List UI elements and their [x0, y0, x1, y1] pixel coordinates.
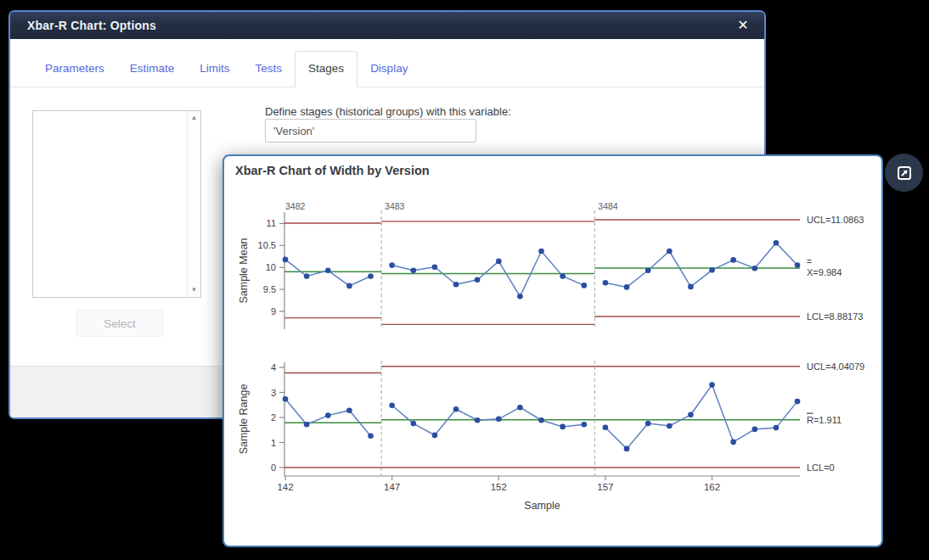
- data-point: [496, 259, 502, 265]
- y-tick-label: 10.5: [258, 240, 276, 250]
- data-point: [603, 280, 609, 286]
- tab-limits[interactable]: Limits: [187, 52, 242, 87]
- data-point: [432, 264, 438, 270]
- data-point: [368, 273, 374, 279]
- close-icon: ✕: [737, 18, 748, 32]
- data-point: [325, 268, 331, 274]
- x-tick-label: 157: [597, 482, 613, 492]
- series-line: [605, 243, 797, 287]
- series-line: [605, 385, 797, 449]
- scroll-up-icon[interactable]: ▲: [191, 115, 198, 121]
- data-point: [624, 446, 630, 452]
- y-axis-title: Sample Mean: [238, 238, 250, 303]
- y-tick-label: 3: [271, 388, 276, 398]
- data-point: [411, 421, 417, 427]
- data-point: [560, 424, 566, 430]
- x-tick-label: 147: [384, 482, 400, 492]
- data-point: [645, 268, 651, 274]
- y-tick-label: 0: [271, 462, 276, 473]
- data-point: [774, 425, 780, 431]
- data-point: [667, 249, 673, 255]
- data-point: [346, 283, 352, 289]
- center-annotation: R=1.911: [807, 415, 842, 425]
- tab-parameters[interactable]: Parameters: [32, 52, 117, 87]
- data-point: [453, 282, 459, 288]
- data-point: [709, 382, 715, 388]
- x-tick-label: 142: [277, 482, 293, 492]
- data-point: [368, 434, 374, 440]
- data-point: [411, 268, 417, 274]
- data-point: [688, 284, 694, 290]
- data-point: [774, 240, 780, 246]
- stage-label: 3482: [285, 201, 306, 211]
- data-point: [538, 417, 544, 423]
- xbarbar-symbol: =: [807, 257, 812, 266]
- data-point: [432, 433, 438, 439]
- data-point: [538, 249, 544, 255]
- variables-listbox[interactable]: ▲ ▼: [32, 110, 201, 298]
- data-point: [624, 284, 630, 290]
- data-point: [389, 262, 395, 268]
- stage-variable-input[interactable]: [265, 119, 476, 143]
- tab-estimate[interactable]: Estimate: [117, 52, 188, 87]
- data-point: [453, 406, 459, 412]
- data-point: [582, 422, 588, 428]
- data-point: [346, 407, 352, 413]
- data-point: [795, 399, 801, 405]
- data-point: [475, 277, 481, 283]
- data-point: [517, 294, 523, 300]
- data-point: [304, 273, 310, 279]
- range-chart: 01234Sample RangeUCL=4.04079R=1.911LCL=0…: [238, 361, 864, 512]
- data-point: [517, 405, 523, 411]
- screen: Xbar-R Chart: Options ✕ Parameters Estim…: [0, 0, 929, 560]
- data-point: [560, 273, 566, 279]
- data-point: [645, 421, 651, 427]
- y-tick-label: 9: [271, 306, 276, 316]
- data-point: [730, 440, 736, 445]
- dialog-titlebar[interactable]: Xbar-R Chart: Options ✕: [10, 12, 764, 39]
- ucl-annotation: UCL=4.04079: [807, 361, 864, 372]
- x-tick-label: 162: [704, 482, 720, 492]
- tab-stages[interactable]: Stages: [295, 51, 358, 87]
- y-tick-label: 1: [271, 438, 276, 448]
- data-point: [325, 412, 331, 418]
- tab-bar: Parameters Estimate Limits Tests Stages …: [10, 39, 764, 87]
- data-point: [795, 262, 801, 268]
- close-button[interactable]: ✕: [732, 15, 754, 36]
- y-tick-label: 11: [267, 218, 276, 228]
- chart-title: Xbar-R Chart of Width by Version: [235, 164, 430, 177]
- y-tick-label: 2: [271, 412, 276, 423]
- control-charts-canvas[interactable]: 99.51010.511Sample Mean348234833484UCL=1…: [224, 156, 881, 546]
- data-point: [730, 257, 736, 263]
- x-axis-title: Sample: [524, 500, 560, 512]
- data-point: [667, 423, 673, 429]
- data-point: [283, 257, 289, 263]
- stage-label: 3484: [598, 201, 618, 211]
- dialog-title: Xbar-R Chart: Options: [27, 19, 156, 32]
- x-tick-label: 152: [491, 482, 507, 492]
- select-button[interactable]: Select: [76, 310, 163, 337]
- tab-display[interactable]: Display: [358, 52, 420, 87]
- data-point: [475, 417, 481, 423]
- tab-tests[interactable]: Tests: [243, 52, 296, 87]
- data-point: [389, 403, 395, 409]
- center-annotation: X=9.984: [807, 267, 842, 277]
- stage-label: 3483: [385, 201, 405, 211]
- y-tick-label: 4: [271, 362, 276, 372]
- data-point: [688, 412, 694, 418]
- listbox-scrollbar[interactable]: ▲ ▼: [187, 111, 200, 297]
- lcl-annotation: LCL=0: [807, 462, 835, 473]
- ucl-annotation: UCL=11.0863: [807, 215, 864, 225]
- lcl-annotation: LCL=8.88173: [807, 311, 863, 322]
- chart-window: Xbar-R Chart of Width by Version 99.5101…: [222, 154, 883, 547]
- y-axis-title: Sample Range: [238, 384, 250, 455]
- scroll-down-icon[interactable]: ▼: [191, 287, 198, 294]
- data-point: [752, 427, 758, 433]
- data-point: [304, 422, 310, 428]
- xbar-chart: 99.51010.511Sample Mean348234833484UCL=1…: [238, 201, 864, 329]
- define-stages-label: Define stages (historical groups) with t…: [265, 105, 511, 118]
- data-point: [752, 266, 758, 272]
- data-point: [603, 425, 609, 431]
- y-tick-label: 10: [266, 262, 276, 272]
- open-in-new-window-button[interactable]: [885, 154, 923, 192]
